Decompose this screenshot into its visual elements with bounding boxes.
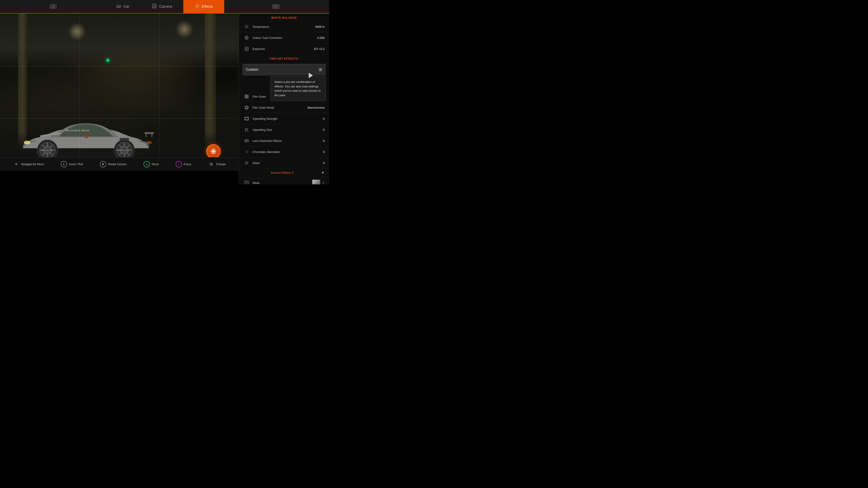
control-enlarge: ⊞ Enlarge: [208, 161, 225, 167]
vignetting-size-label: Vignetting Size: [252, 128, 323, 131]
svg-point-38: [24, 141, 31, 144]
lens-distortion-icon: [243, 138, 250, 144]
grid-icon: ⊞: [319, 67, 322, 72]
mask-icon: [243, 180, 250, 184]
vignetting-size-row[interactable]: Vignetting Size 0: [239, 124, 329, 135]
svg-point-86: [246, 162, 247, 164]
control-focus: □ Focus: [176, 161, 191, 167]
glare-row[interactable]: Glare 0: [239, 158, 329, 168]
svg-text:BRIDGESTONE: BRIDGESTONE: [117, 150, 128, 151]
ceiling-light-2: [176, 20, 193, 38]
tab-car-label: Car: [123, 4, 129, 8]
svg-text:2: 2: [85, 132, 89, 139]
ceiling-light-1: [68, 23, 86, 41]
svg-text:BRIDGESTONE: BRIDGESTONE: [41, 150, 52, 151]
svg-line-6: [195, 4, 196, 5]
svg-point-47: [212, 150, 215, 153]
svg-point-1: [119, 7, 120, 8]
control-shoot: △ Shoot: [144, 161, 159, 167]
car-image: 2 Mercedes-Benz BRIDGESTONE BRIDGESTONE: [4, 94, 167, 166]
svg-point-79: [246, 108, 247, 109]
vignetting-size-icon: [243, 127, 250, 133]
svg-point-77: [248, 107, 248, 108]
ceiling-bg: [0, 13, 239, 69]
svg-rect-73: [248, 97, 248, 98]
options-icon: ⊞: [208, 161, 215, 167]
preset-effects-header: Pre-Set Effects: [239, 55, 329, 62]
colour-cast-icon: [243, 35, 250, 41]
svg-line-11: [198, 4, 199, 5]
control-focus-label: Focus: [184, 163, 191, 166]
exposure-label: Exposure: [252, 47, 314, 51]
colour-cast-label: Colour Cast Correction: [252, 36, 317, 39]
white-balance-header: White Balance: [239, 13, 329, 21]
dpad-icon: ✛: [13, 161, 20, 167]
svg-line-10: [195, 7, 196, 8]
vignetting-strength-value: 0: [323, 117, 324, 121]
tab-effects[interactable]: Effects: [183, 0, 224, 13]
preset-selector[interactable]: Custom ⊞: [243, 64, 326, 75]
svg-point-80: [247, 108, 248, 109]
temperature-value: 6500 K: [315, 25, 324, 29]
film-grain-mode-row[interactable]: Film Grain Mode Monochrome: [239, 102, 329, 113]
svg-line-93: [248, 162, 248, 162]
svg-point-2: [154, 6, 155, 7]
car-scene: 2 Mercedes-Benz BRIDGESTONE BRIDGESTONE: [0, 13, 239, 171]
chromatic-aberration-value: 0: [323, 150, 324, 154]
control-zoom: L Zoom / Roll: [61, 161, 83, 167]
tab-car[interactable]: Car: [105, 0, 141, 13]
l1-trigger[interactable]: L1: [50, 4, 57, 9]
film-grain-icon: [243, 93, 250, 100]
control-navigate: ✛ Navigate the Menu: [13, 161, 44, 167]
tooltip-text: Select a pre-set combination of effects.…: [274, 80, 321, 97]
camera-shutter-icon: [210, 148, 217, 155]
lens-distortion-row[interactable]: Lens Distortion Effects 0: [239, 135, 329, 147]
film-grain-mode-label: Film Grain Mode: [252, 106, 307, 109]
exposure-row[interactable]: Exposure EV +0.2: [239, 43, 329, 55]
colour-cast-row[interactable]: Colour Cast Correction 0.000: [239, 32, 329, 43]
screen-effect-header[interactable]: Screen Effect 1 ▼: [239, 168, 329, 177]
chromatic-aberration-icon: [243, 149, 250, 155]
vignetting-strength-icon: [243, 116, 250, 122]
temperature-icon: [243, 24, 250, 30]
svg-line-55: [245, 25, 246, 26]
svg-rect-67: [248, 95, 248, 96]
svg-rect-40: [51, 135, 55, 137]
svg-rect-72: [246, 97, 247, 98]
svg-rect-82: [246, 129, 248, 131]
tab-effects-label: Effects: [202, 4, 213, 8]
glare-label: Glare: [252, 161, 323, 165]
chromatic-aberration-label: Chromatic Aberration: [252, 150, 323, 154]
svg-line-92: [248, 164, 248, 164]
svg-line-7: [198, 7, 199, 8]
temperature-label: Temperature: [252, 25, 315, 29]
tab-camera[interactable]: Camera: [141, 0, 183, 13]
vignetting-strength-label: Vignetting Strength: [252, 117, 323, 121]
effects-icon: [195, 4, 199, 9]
screen-effect-title: Screen Effect 1: [243, 171, 321, 174]
control-rotate-label: Rotate Camera: [108, 163, 126, 166]
mask-row[interactable]: Mask ↗: [239, 177, 329, 184]
film-grain-mode-icon: [243, 104, 250, 111]
r-button: R: [100, 161, 106, 167]
control-shoot-label: Shoot: [152, 163, 159, 166]
film-grain-mode-value: Monochrome: [307, 106, 324, 109]
vignetting-strength-row[interactable]: Vignetting Strength 0: [239, 113, 329, 124]
l-button: L: [61, 161, 67, 167]
chromatic-aberration-row[interactable]: Chromatic Aberration 0: [239, 147, 329, 158]
right-panel: White Balance Temperature 6500 K: [239, 13, 329, 184]
temperature-row[interactable]: Temperature 6500 K: [239, 21, 329, 32]
exposure-icon: [243, 46, 250, 52]
svg-rect-65: [245, 95, 246, 96]
glare-value: 0: [323, 161, 324, 165]
bottom-controls-bar: ✛ Navigate the Menu L Zoom / Roll R Rota…: [0, 157, 239, 171]
r1-trigger[interactable]: R1: [272, 4, 279, 9]
preset-selector-container: Custom ⊞ Select a pre-set combination of…: [239, 64, 329, 75]
control-zoom-label: Zoom / Roll: [69, 163, 83, 166]
control-enlarge-label: Enlarge: [216, 163, 225, 166]
traffic-light-green: [106, 59, 110, 62]
chevron-down-icon: ▼: [321, 171, 324, 175]
top-navigation: L1 Car Camera: [0, 0, 329, 13]
preset-selected-label: Custom: [246, 68, 319, 72]
svg-text:Mercedes-Benz: Mercedes-Benz: [66, 129, 90, 132]
